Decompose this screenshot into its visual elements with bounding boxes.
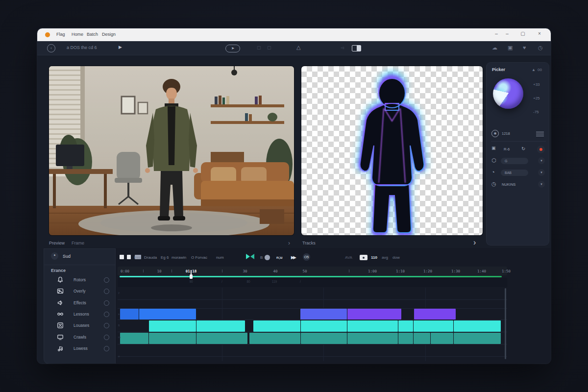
audio-track-clip[interactable] [431,333,453,344]
track-item-toggle[interactable] [104,277,109,283]
video-track-clip[interactable] [196,320,245,332]
video-track-clip[interactable] [253,320,300,332]
dropdown-button-3[interactable]: ▾ [538,181,545,188]
audio-track-clip[interactable] [398,333,413,344]
cloud-sync-icon[interactable]: ☁ [492,45,497,51]
timeline-tool-label[interactable]: morawin [172,255,186,260]
track-item-toggle[interactable] [104,312,109,317]
ruler-label: 1:20 [423,269,432,273]
audio-track-clip[interactable] [249,333,300,344]
pin-icon[interactable]: ▲ [532,68,536,72]
play-icon[interactable]: ▶ [119,45,122,49]
tool-icon-2[interactable]: ▢ [267,45,271,50]
audio-track-clip[interactable] [149,333,196,344]
sphere-icon[interactable]: ◔ [491,169,495,175]
mask-triangle-icon[interactable]: △ [296,44,300,50]
export-frame-icon[interactable]: ▣ [508,45,513,51]
menu-flag[interactable]: Flag [56,32,65,37]
counter-badge[interactable]: O5 [303,253,310,261]
audio-track-clip[interactable] [301,333,347,344]
small-arrow-icon[interactable]: ◅ [341,45,344,50]
menu-design[interactable]: Design [102,32,116,37]
record-button[interactable] [265,255,270,260]
color-wheel[interactable] [493,78,523,109]
favorite-icon[interactable]: ♥ [523,45,526,50]
maximize-button[interactable]: ▢ [518,31,527,36]
row1-label: R-6 [504,147,510,151]
value-3: -75 [533,110,546,114]
track-row-mark: y [118,291,120,294]
eye-icon[interactable]: ◉ [491,130,499,137]
input-field-1[interactable]: G [501,158,528,164]
timeline-scrollbar[interactable] [505,288,506,359]
expand-chevron-icon[interactable]: › [473,238,476,247]
timeline-tool-label[interactable]: Eg 6 [161,255,169,260]
audio-track-clip[interactable] [414,333,430,344]
overlay-track-clip[interactable] [139,309,196,319]
camera-badge-icon[interactable] [360,255,368,260]
skip-forward-icon[interactable]: ▶▶ [291,255,295,260]
menu-batch[interactable]: Batch [87,32,98,37]
track-item-toggle[interactable] [104,300,109,306]
overlay-track-clip[interactable] [300,309,347,319]
checkbox-icon [57,322,64,329]
tab-frame[interactable]: Frame [72,241,84,245]
value-2: +25 [533,96,546,100]
dropdown-button-1[interactable]: ▾ [538,157,545,164]
audio-track-clip[interactable] [196,333,247,344]
timeline-tool-label[interactable]: O Forvac [191,255,207,260]
timeline-tool-label[interactable]: tres [134,255,141,260]
overlay-track-clip[interactable] [414,309,456,319]
audio-track-clip[interactable] [120,333,148,344]
history-back-icon[interactable]: ‹ [47,44,55,52]
dropdown-button-2[interactable]: ▾ [538,169,545,176]
timeline-tool-label[interactable]: Drauda [144,255,157,260]
gear-icon[interactable]: * [51,252,58,260]
restore-button[interactable]: – [503,31,512,36]
refresh-icon[interactable]: ↻ [521,146,525,151]
video-track-clip[interactable] [149,320,196,332]
track-item-toggle[interactable] [104,335,109,340]
pause-button[interactable] [127,255,131,259]
ruler-label: 1:10 [396,269,405,273]
clock-icon[interactable]: ◷ [491,181,496,187]
timeline-mini-label[interactable]: dow [392,255,400,260]
selection-tool-icon[interactable]: ➤ [225,45,240,52]
timeline-area [116,248,551,364]
audio-track-clip[interactable] [454,333,501,344]
track-row-mark: 6 [118,324,120,327]
tab-preview[interactable]: Preview [49,241,65,245]
close-button[interactable]: × [535,31,544,36]
timeline-tool-label[interactable]: num [216,255,224,260]
video-track-clip[interactable] [347,320,398,332]
history-clock-icon[interactable]: ◷ [538,45,543,51]
panel-toggle-icon[interactable] [352,45,361,51]
timeline-mini-label[interactable]: 110 [371,255,377,260]
layer-panel-icon[interactable]: ▣ [491,146,496,150]
overlay-track-clip[interactable] [120,309,139,319]
input-field-2[interactable]: BAB [501,170,528,176]
overlay-track-clip[interactable] [347,309,401,319]
menu-home[interactable]: Home [72,32,83,37]
chevron-right-icon[interactable]: › [288,240,290,246]
tab-tracks[interactable]: Tracks [302,241,316,245]
tool-icon-1[interactable]: ▢ [257,45,261,50]
menu-icon[interactable] [536,130,544,138]
play-pause-icon[interactable] [246,254,254,259]
record-toggle[interactable] [537,146,545,153]
timeline-mini-label[interactable]: AVA [345,255,352,260]
video-track-clip[interactable] [398,320,413,332]
audio-track-clip[interactable] [347,333,398,344]
nudge-control[interactable]: n;u [276,255,282,260]
timeline-ruler[interactable] [118,267,507,275]
video-track-clip[interactable] [301,320,347,332]
minimize-button[interactable]: – [492,31,501,36]
timeline-mini-label[interactable]: avg [382,255,388,260]
breadcrumb: a DOS the cd 6 [67,45,97,50]
playhead-handle[interactable] [190,274,193,279]
video-track-clip[interactable] [454,320,501,332]
video-track-clip[interactable] [414,320,453,332]
hexagon-icon[interactable]: ⬡ [491,157,496,164]
app-dot-icon[interactable] [45,32,50,37]
stop-button[interactable] [120,255,124,259]
